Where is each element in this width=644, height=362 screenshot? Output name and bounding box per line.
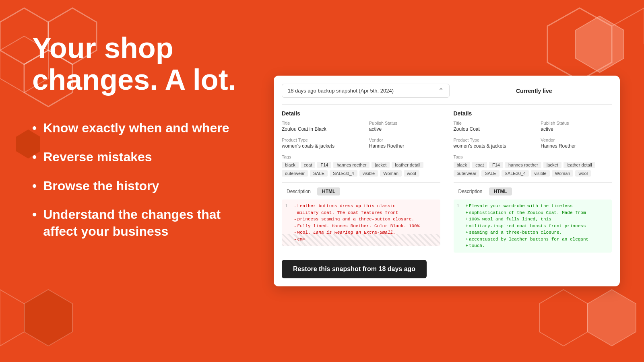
line-content: Elevate your wardrobe with the timeless [469,203,572,210]
snapshot-desc-tab-html[interactable]: HTML [317,187,340,195]
snapshot-selector[interactable]: 18 days ago backup snapshot (Apr 5th, 20… [282,84,450,98]
columns: Details Title Zoulou Coat in Black Publi… [282,104,612,253]
snapshot-code-block: 1-Leather buttons dress up this classic-… [282,200,440,246]
tag: visible [531,170,550,177]
tag: wool [404,170,419,177]
line-content: touch. [469,243,485,249]
live-publish-value: active [541,126,612,132]
line-marker: + [466,223,469,230]
live-section-title: Details [454,110,612,117]
snapshot-vendor-value: Hannes Roether [369,143,440,149]
live-type-value: women's coats & jackets [454,143,525,149]
line-marker: - [294,203,297,210]
tag: coat [472,162,487,168]
live-title-row: Title Zoulou Coat Publish Status active [454,121,612,132]
bullet-item: Reverse mistakes [32,149,242,166]
line-number [285,223,291,230]
comparison-card: 18 days ago backup snapshot (Apr 5th, 20… [274,76,620,286]
main-layout: Your shop changes. A lot. Know exactly w… [0,0,644,362]
live-vendor-label: Vendor [541,138,612,142]
top-bar: 18 days ago backup snapshot (Apr 5th, 20… [282,84,612,98]
tag: wool [575,170,591,177]
line-number [457,216,462,223]
line-marker: + [466,243,469,249]
code-line: +accentuated by leather buttons for an e… [457,236,609,243]
line-number [457,236,462,243]
tag: F14 [317,162,331,168]
live-code-block: 1+Elevate your wardrobe with the timeles… [454,200,612,253]
live-publish-label: Publish Status [541,121,612,125]
line-marker: + [466,229,469,236]
bullet-item: Know exactly when and where [32,120,242,137]
code-line: 1-Leather buttons dress up this classic [285,203,437,210]
snapshot-publish-label: Publish Status [369,121,440,125]
tag: visible [359,170,378,177]
bullet-item: Understand the changes that affect your … [32,206,242,240]
line-number [285,210,291,216]
line-content: princess seaming and a three-button clos… [297,216,414,223]
line-content: 100% wool and fully lined, this [469,216,551,223]
code-line: +100% wool and fully lined, this [457,216,609,223]
snapshot-title-group: Title Zoulou Coat in Black [282,121,353,132]
live-vendor-value: Hannes Roether [541,143,612,149]
tag: SALE [310,170,328,177]
live-title-label: Title [454,121,525,125]
tag: hannes roether [333,162,369,168]
line-number [457,229,462,236]
left-panel: Your shop changes. A lot. Know exactly w… [0,0,266,362]
live-publish-group: Publish Status active [541,121,612,132]
tag: black [454,162,471,168]
restore-btn-container: Restore this snapshot from 18 days ago [282,260,612,278]
line-number [457,243,462,249]
tag: jacket [372,162,390,168]
line-marker: + [466,203,469,210]
line-content: seaming and a three-button closure, [469,229,562,236]
snapshot-tags-label: Tags [282,154,440,159]
live-desc-tabs: Description HTML [454,187,612,195]
line-number [457,223,462,230]
top-bar-divider [453,84,453,97]
snapshot-desc-tab-description[interactable]: Description [282,187,316,195]
snapshot-publish-group: Publish Status active [369,121,440,132]
live-desc-tab-description[interactable]: Description [454,187,487,195]
line-content: Fully lined. Hannes Roether. Color Black… [297,223,420,230]
code-line: -princess seaming and a three-button clo… [285,216,437,223]
tag: leather detail [392,162,423,168]
bullet-list: Know exactly when and whereReverse mista… [32,120,242,252]
line-marker: + [466,236,469,243]
snapshot-title-label: Title [282,121,353,125]
line-marker: - [294,216,297,223]
line-content: sophistication of the Zoulou Coat. Made … [469,210,586,216]
snapshot-section-title: Details [282,110,440,117]
chevron-icon: ⌃ [438,87,444,95]
code-line: +military-inspired coat boasts front pri… [457,223,609,230]
tag: outerwear [282,170,308,177]
tag: F14 [489,162,503,168]
line-number [457,210,462,216]
line-number: 1 [457,203,462,210]
snapshot-vendor-group: Vendor Hannes Roether [369,138,440,149]
snapshot-type-label: Product Type [282,138,353,142]
bullet-item: Browse the history [32,178,242,195]
line-marker: + [466,216,469,223]
snapshot-vendor-label: Vendor [369,138,440,142]
live-tags-row: blackcoatF14hannes roetherjacketleather … [454,162,612,177]
snapshot-title-value: Zoulou Coat in Black [282,126,353,132]
restore-button[interactable]: Restore this snapshot from 18 days ago [282,260,427,278]
tag: black [282,162,299,168]
live-type-label: Product Type [454,138,525,142]
live-desc-tab-html[interactable]: HTML [489,187,512,195]
live-title-group: Title Zoulou Coat [454,121,525,132]
tag: outerwear [454,170,480,177]
tag: hannes roether [505,162,541,168]
line-marker: - [294,223,297,230]
code-line: -Fully lined. Hannes Roether. Color Blac… [285,223,437,230]
snapshot-desc-tabs: Description HTML [282,187,440,195]
snapshot-label: 18 days ago backup snapshot (Apr 5th, 20… [288,88,394,94]
current-live-label: Currently live [456,88,612,94]
code-line: 1+Elevate your wardrobe with the timeles… [457,203,609,210]
line-content: military coat. The coat features front [297,210,398,216]
tag: jacket [543,162,561,168]
line-marker: - [294,210,297,216]
tag: Woman [552,170,574,177]
